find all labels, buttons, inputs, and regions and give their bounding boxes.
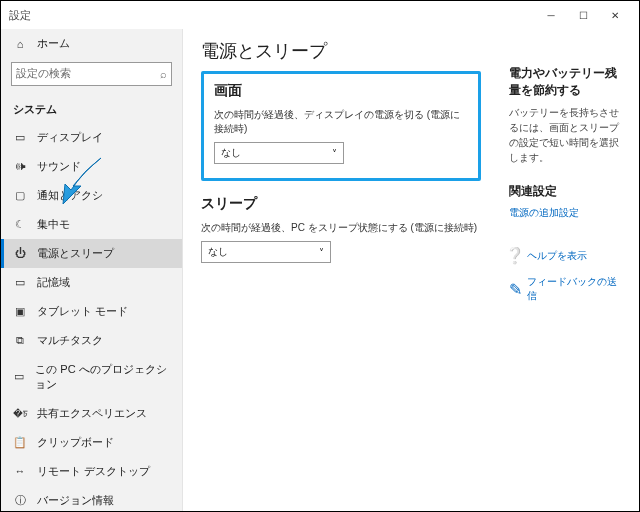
sidebar-item-multitask[interactable]: ⧉マルチタスク — [1, 326, 182, 355]
storage-icon: ▭ — [13, 276, 27, 289]
sidebar-item-projection[interactable]: ▭この PC へのプロジェクション — [1, 355, 182, 399]
window-title: 設定 — [9, 8, 535, 23]
sidebar-item-label: この PC へのプロジェクション — [35, 362, 170, 392]
feedback-label: フィードバックの送信 — [527, 275, 619, 303]
screen-desc: 次の時間が経過後、ディスプレイの電源を切る (電源に接続時) — [214, 108, 468, 136]
projection-icon: ▭ — [13, 370, 25, 383]
multitask-icon: ⧉ — [13, 334, 27, 347]
sidebar-item-label: バージョン情報 — [37, 493, 114, 508]
sidebar-item-label: サウンド — [37, 159, 81, 174]
focus-icon: ☾ — [13, 218, 27, 231]
screen-timeout-value: なし — [221, 146, 241, 160]
sidebar-item-label: 集中モ — [37, 217, 70, 232]
sidebar-item-remote[interactable]: ↔リモート デスクトップ — [1, 457, 182, 486]
remote-icon: ↔ — [13, 465, 27, 477]
feedback-icon: ✎ — [509, 280, 521, 299]
save-power-heading: 電力やバッテリー残量を節約する — [509, 65, 619, 99]
sidebar-item-shared[interactable]: �চ共有エクスペリエンス — [1, 399, 182, 428]
display-icon: ▭ — [13, 131, 27, 144]
search-placeholder: 設定の検索 — [16, 66, 71, 81]
chevron-down-icon: ˅ — [332, 148, 337, 159]
screen-timeout-select[interactable]: なし ˅ — [214, 142, 344, 164]
sidebar-item-label: 通知とアクシ — [37, 188, 103, 203]
chevron-down-icon: ˅ — [319, 247, 324, 258]
sleep-desc: 次の時間が経過後、PC をスリープ状態にする (電源に接続時) — [201, 221, 481, 235]
home-icon: ⌂ — [13, 38, 27, 50]
minimize-button[interactable]: ─ — [535, 1, 567, 29]
clipboard-icon: 📋 — [13, 436, 27, 449]
sidebar-home-label: ホーム — [37, 36, 70, 51]
help-label: ヘルプを表示 — [527, 249, 587, 263]
close-button[interactable]: ✕ — [599, 1, 631, 29]
help-icon: ❔ — [509, 246, 521, 265]
sidebar: ⌂ ホーム 設定の検索 ⌕ システム ▭ディスプレイ 🕪サウンド ▢通知とアクシ… — [1, 29, 183, 511]
sidebar-item-label: クリップボード — [37, 435, 114, 450]
shared-icon: �চ — [13, 407, 27, 420]
titlebar: 設定 ─ ☐ ✕ — [1, 1, 639, 29]
sidebar-item-focus[interactable]: ☾集中モ — [1, 210, 182, 239]
sidebar-item-storage[interactable]: ▭記憶域 — [1, 268, 182, 297]
sidebar-item-label: 記憶域 — [37, 275, 70, 290]
highlight-box: 画面 次の時間が経過後、ディスプレイの電源を切る (電源に接続時) なし ˅ — [201, 71, 481, 181]
notifications-icon: ▢ — [13, 189, 27, 202]
sidebar-item-label: タブレット モード — [37, 304, 128, 319]
feedback-link[interactable]: ✎ フィードバックの送信 — [509, 275, 619, 303]
sidebar-heading: システム — [1, 96, 182, 123]
help-link[interactable]: ❔ ヘルプを表示 — [509, 246, 619, 265]
sidebar-item-notifications[interactable]: ▢通知とアクシ — [1, 181, 182, 210]
tablet-icon: ▣ — [13, 305, 27, 318]
sidebar-item-power-sleep[interactable]: ⏻電源とスリープ — [1, 239, 182, 268]
sidebar-item-tablet[interactable]: ▣タブレット モード — [1, 297, 182, 326]
sidebar-item-label: ディスプレイ — [37, 130, 103, 145]
page-title: 電源とスリープ — [201, 39, 481, 63]
sidebar-home[interactable]: ⌂ ホーム — [1, 29, 182, 58]
sidebar-item-about[interactable]: ⓘバージョン情報 — [1, 486, 182, 511]
power-icon: ⏻ — [13, 247, 27, 259]
sleep-timeout-value: なし — [208, 245, 228, 259]
sidebar-item-label: マルチタスク — [37, 333, 103, 348]
screen-heading: 画面 — [214, 82, 468, 100]
sidebar-item-label: 電源とスリープ — [37, 246, 114, 261]
sleep-section: スリープ 次の時間が経過後、PC をスリープ状態にする (電源に接続時) なし … — [201, 195, 481, 263]
maximize-button[interactable]: ☐ — [567, 1, 599, 29]
sidebar-item-label: リモート デスクトップ — [37, 464, 150, 479]
sidebar-item-display[interactable]: ▭ディスプレイ — [1, 123, 182, 152]
search-icon: ⌕ — [160, 68, 167, 80]
sidebar-item-clipboard[interactable]: 📋クリップボード — [1, 428, 182, 457]
related-heading: 関連設定 — [509, 183, 619, 200]
sound-icon: 🕪 — [13, 160, 27, 172]
sleep-timeout-select[interactable]: なし ˅ — [201, 241, 331, 263]
sidebar-item-sound[interactable]: 🕪サウンド — [1, 152, 182, 181]
save-power-text: バッテリーを長持ちさせるには、画面とスリープの設定で短い時間を選択します。 — [509, 105, 619, 165]
about-icon: ⓘ — [13, 493, 27, 508]
content: 電源とスリープ 画面 次の時間が経過後、ディスプレイの電源を切る (電源に接続時… — [183, 29, 639, 511]
sidebar-item-label: 共有エクスペリエンス — [37, 406, 147, 421]
search-input[interactable]: 設定の検索 ⌕ — [11, 62, 172, 86]
related-link[interactable]: 電源の追加設定 — [509, 206, 619, 220]
sleep-heading: スリープ — [201, 195, 481, 213]
